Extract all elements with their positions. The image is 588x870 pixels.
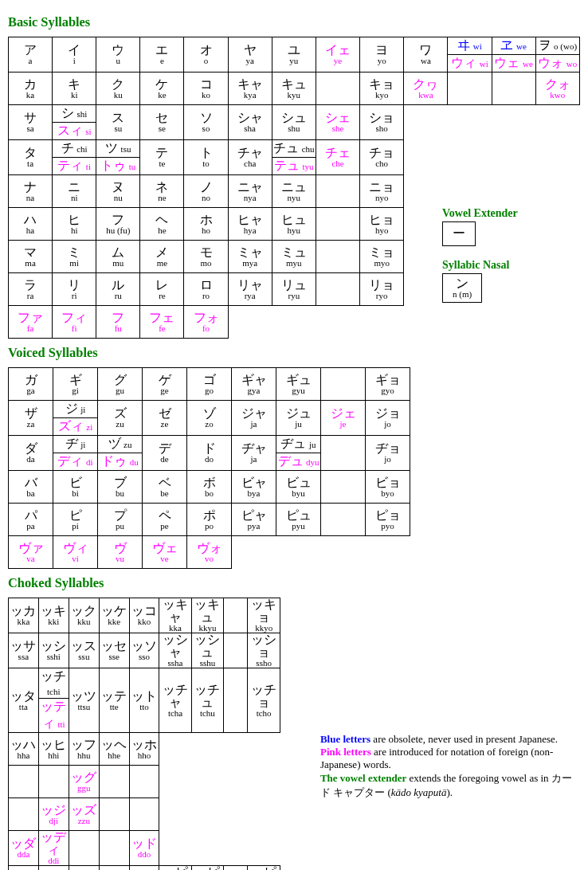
syllable-cell: ニョnyo xyxy=(360,175,404,208)
syllable-cell: ギgi xyxy=(53,368,98,401)
syllable-cell: ピュpyu xyxy=(276,504,321,536)
syllable-cell: ッグggu xyxy=(69,766,99,798)
syllable-cell: ポpo xyxy=(187,504,232,536)
syllable-cell: プpu xyxy=(98,504,143,536)
syllable-cell xyxy=(69,831,99,866)
syllable-cell: リャrya xyxy=(228,273,272,306)
syllable-cell: ヴォvo xyxy=(187,536,232,569)
syl-nasal-box: ン n (m) xyxy=(442,273,482,303)
syllable-cell: ハha xyxy=(9,208,53,241)
syllable-cell: ズzu xyxy=(98,401,143,436)
syllable-cell: ヒャhya xyxy=(228,208,272,241)
syllable-cell: シ shiスィ si xyxy=(53,105,96,140)
syllable-cell: ヒョhyo xyxy=(360,208,404,241)
syl-nasal-title: Syllabic Nasal xyxy=(442,259,518,272)
syllable-cell: チョcho xyxy=(360,140,404,175)
syllable-cell: ゲge xyxy=(143,368,187,401)
syllable-cell: サsa xyxy=(9,105,53,140)
syllable-cell: ツ tsuトゥ tu xyxy=(96,140,140,175)
syllable-cell: ロro xyxy=(184,273,228,306)
syllable-cell: ッパppa xyxy=(9,866,39,871)
syllable-cell: パpa xyxy=(9,504,53,536)
syllable-cell: ヂャja xyxy=(232,436,276,471)
syllable-cell: ホho xyxy=(184,208,228,241)
syllable-cell xyxy=(224,598,248,633)
syllable-cell: ミャmya xyxy=(228,241,272,273)
syllable-cell: ソso xyxy=(184,105,228,140)
syllable-cell: ッディddi xyxy=(38,831,69,866)
syllable-cell: デde xyxy=(143,436,187,471)
syllable-cell: フェfe xyxy=(140,306,184,339)
syllable-cell: ニni xyxy=(53,175,96,208)
syllable-cell: ックkku xyxy=(69,598,99,633)
syllable-cell xyxy=(321,504,366,536)
syllable-cell xyxy=(9,798,39,831)
syllable-cell: ピpi xyxy=(53,504,98,536)
syllable-cell: ッフhhu xyxy=(69,733,99,766)
syllable-cell: ッヒhhi xyxy=(38,733,69,766)
syllable-cell: ウu xyxy=(96,37,140,72)
syllable-cell: ヰ wiウィ wi xyxy=(448,37,492,72)
syllable-cell: ギュgyu xyxy=(276,368,321,401)
syllable-cell: リョryo xyxy=(360,273,404,306)
syllable-cell: エe xyxy=(140,37,184,72)
syllable-cell: ガga xyxy=(9,368,53,401)
syllable-cell: オo xyxy=(184,37,228,72)
syllable-cell: リri xyxy=(53,273,96,306)
syllable-cell: ギャgya xyxy=(232,368,276,401)
syllable-cell: セse xyxy=(140,105,184,140)
syllable-cell: ラra xyxy=(9,273,53,306)
syllable-cell: キャkya xyxy=(228,72,272,105)
syllable-cell: ブbu xyxy=(98,471,143,504)
syllable-cell: ユyu xyxy=(272,37,316,72)
syllable-cell: ボbo xyxy=(187,471,232,504)
syllable-cell: ドdo xyxy=(187,436,232,471)
syllable-cell: ゾzo xyxy=(187,401,232,436)
syllable-cell: ッピョppyo xyxy=(248,866,280,871)
syllable-cell: スsu xyxy=(96,105,140,140)
syllable-cell: チュ chuテュ tyu xyxy=(272,140,316,175)
syllable-cell: ッチョtcho xyxy=(248,668,280,733)
syllable-cell: ジョjo xyxy=(366,401,410,436)
syllable-cell: コko xyxy=(184,72,228,105)
syllable-cell: ッズzzu xyxy=(69,798,99,831)
syllable-cell: ルru xyxy=(96,273,140,306)
syllable-cell: ムmu xyxy=(96,241,140,273)
syllable-cell: ッシsshi xyxy=(38,633,69,668)
syllable-cell xyxy=(224,633,248,668)
syllable-cell: チャcha xyxy=(228,140,272,175)
syllable-cell: ニャnya xyxy=(228,175,272,208)
syllable-cell: シャsha xyxy=(228,105,272,140)
syllable-cell: ヱ weウェ we xyxy=(492,37,535,72)
syllable-cell: ヲ o (wo)ウォ wo xyxy=(535,37,579,72)
syllable-cell: ッソsso xyxy=(129,633,159,668)
syllable-cell: ッシャssha xyxy=(159,633,191,668)
syllable-cell: ッセsse xyxy=(99,633,129,668)
syllable-cell xyxy=(224,866,248,871)
syllable-cell: マma xyxy=(9,241,53,273)
syl-nasal-rom: n (m) xyxy=(453,290,472,299)
syllable-cell: ッテtte xyxy=(99,668,129,733)
syllable-cell xyxy=(321,436,366,471)
syllable-cell: ビbi xyxy=(53,471,98,504)
syllable-cell: ナna xyxy=(9,175,53,208)
syllable-cell: ヒュhyu xyxy=(272,208,316,241)
syllable-cell: ファfa xyxy=(9,306,53,339)
syllable-cell: ヅ zuドゥ du xyxy=(98,436,143,471)
syllable-cell: イェye xyxy=(316,37,359,72)
syllable-cell xyxy=(321,471,366,504)
syllable-cell: ッツttsu xyxy=(69,668,99,733)
syllable-cell xyxy=(9,766,39,798)
syllable-cell: ダda xyxy=(9,436,53,471)
syllable-cell: ノno xyxy=(184,175,228,208)
syllable-cell: ッジdji xyxy=(38,798,69,831)
syllable-cell: ヴvu xyxy=(98,536,143,569)
syllable-cell xyxy=(321,368,366,401)
syllable-cell: ッカkka xyxy=(9,598,39,633)
syllable-cell xyxy=(38,766,69,798)
syl-nasal-kana: ン xyxy=(453,277,472,290)
syllable-cell: ビュbyu xyxy=(276,471,321,504)
syllable-cell: ヴァva xyxy=(9,536,53,569)
syllable-cell: ッタtta xyxy=(9,668,39,733)
syllable-cell: クku xyxy=(96,72,140,105)
